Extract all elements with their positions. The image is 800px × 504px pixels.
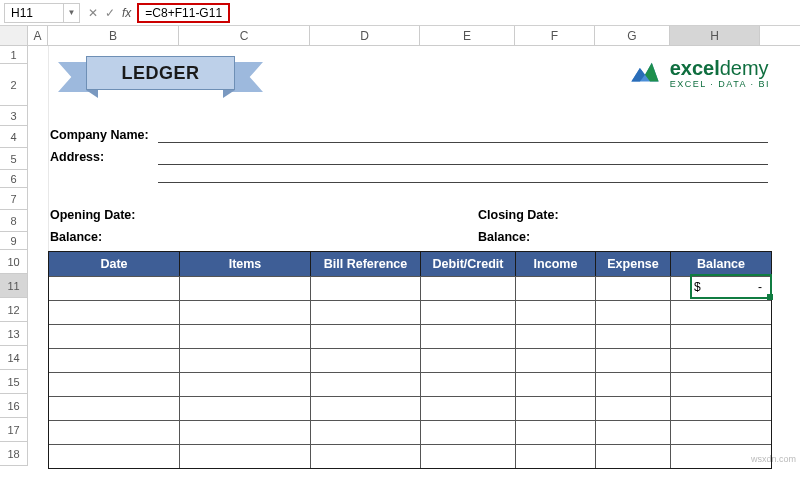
logo-text: exceldemy xyxy=(670,58,770,78)
row-10[interactable]: 10 xyxy=(0,250,28,274)
th-bill: Bill Reference xyxy=(311,252,421,276)
line-address1 xyxy=(158,164,768,165)
logo-subtitle: EXCEL · DATA · BI xyxy=(670,80,770,89)
th-income: Income xyxy=(516,252,596,276)
row-5[interactable]: 5 xyxy=(0,148,28,170)
th-dc: Debit/Credit xyxy=(421,252,516,276)
exceldemy-logo: exceldemy EXCEL · DATA · BI xyxy=(628,56,770,90)
row-3[interactable]: 3 xyxy=(0,106,28,126)
cell-h11-currency: $ xyxy=(694,280,701,294)
label-balance-left: Balance: xyxy=(50,230,102,244)
ribbon-title: LEDGER xyxy=(86,56,235,90)
ledger-table: Date Items Bill Reference Debit/Credit I… xyxy=(48,251,772,469)
row-1[interactable]: 1 xyxy=(0,46,28,64)
row-12[interactable]: 12 xyxy=(0,298,28,322)
th-balance: Balance xyxy=(671,252,771,276)
col-B[interactable]: B xyxy=(48,26,179,45)
row-11[interactable]: 11 xyxy=(0,274,28,298)
formula-bar: H11 ▼ ✕ ✓ fx =C8+F11-G11 xyxy=(0,0,800,26)
column-headers: A B C D E F G H xyxy=(0,26,800,46)
col-E[interactable]: E xyxy=(420,26,515,45)
label-company: Company Name: xyxy=(50,128,149,142)
worksheet-area[interactable]: LEDGER exceldemy EXCEL · DATA · BI Compa… xyxy=(28,46,800,466)
confirm-icon[interactable]: ✓ xyxy=(105,6,115,20)
table-row[interactable] xyxy=(49,300,771,324)
col-F[interactable]: F xyxy=(515,26,595,45)
th-items: Items xyxy=(180,252,311,276)
table-row[interactable] xyxy=(49,276,771,300)
row-7[interactable]: 7 xyxy=(0,188,28,210)
watermark: wsxdn.com xyxy=(751,454,796,464)
table-row[interactable] xyxy=(49,348,771,372)
row-8[interactable]: 8 xyxy=(0,210,28,232)
cancel-icon[interactable]: ✕ xyxy=(88,6,98,20)
name-box[interactable]: H11 xyxy=(4,3,64,23)
col-A[interactable]: A xyxy=(28,26,48,45)
cell-h11-value: - xyxy=(758,280,762,294)
col-G[interactable]: G xyxy=(595,26,670,45)
row-13[interactable]: 13 xyxy=(0,322,28,346)
ledger-ribbon: LEDGER xyxy=(58,52,263,100)
row-17[interactable]: 17 xyxy=(0,418,28,442)
formula-input[interactable]: =C8+F11-G11 xyxy=(137,3,230,23)
table-row[interactable] xyxy=(49,396,771,420)
label-open-date: Opening Date: xyxy=(50,208,135,222)
th-expense: Expense xyxy=(596,252,671,276)
line-address2 xyxy=(158,182,768,183)
table-row[interactable] xyxy=(49,324,771,348)
col-H[interactable]: H xyxy=(670,26,760,45)
row-15[interactable]: 15 xyxy=(0,370,28,394)
fx-icon[interactable]: fx xyxy=(122,6,131,20)
row-4[interactable]: 4 xyxy=(0,126,28,148)
table-header-row: Date Items Bill Reference Debit/Credit I… xyxy=(49,252,771,276)
row-headers: 1 2 3 4 5 6 7 8 9 10 11 12 13 14 15 16 1… xyxy=(0,46,28,466)
row-14[interactable]: 14 xyxy=(0,346,28,370)
table-row[interactable] xyxy=(49,444,771,468)
row-2[interactable]: 2 xyxy=(0,64,28,106)
select-all-corner[interactable] xyxy=(0,26,28,45)
label-balance-right: Balance: xyxy=(478,230,530,244)
label-close-date: Closing Date: xyxy=(478,208,559,222)
row-6[interactable]: 6 xyxy=(0,170,28,188)
logo-icon xyxy=(628,56,662,90)
name-box-dropdown[interactable]: ▼ xyxy=(64,3,80,23)
row-9[interactable]: 9 xyxy=(0,232,28,250)
col-C[interactable]: C xyxy=(179,26,310,45)
th-date: Date xyxy=(49,252,180,276)
row-16[interactable]: 16 xyxy=(0,394,28,418)
line-company xyxy=(158,142,768,143)
table-row[interactable] xyxy=(49,420,771,444)
col-D[interactable]: D xyxy=(310,26,420,45)
label-address: Address: xyxy=(50,150,104,164)
row-18[interactable]: 18 xyxy=(0,442,28,466)
table-row[interactable] xyxy=(49,372,771,396)
